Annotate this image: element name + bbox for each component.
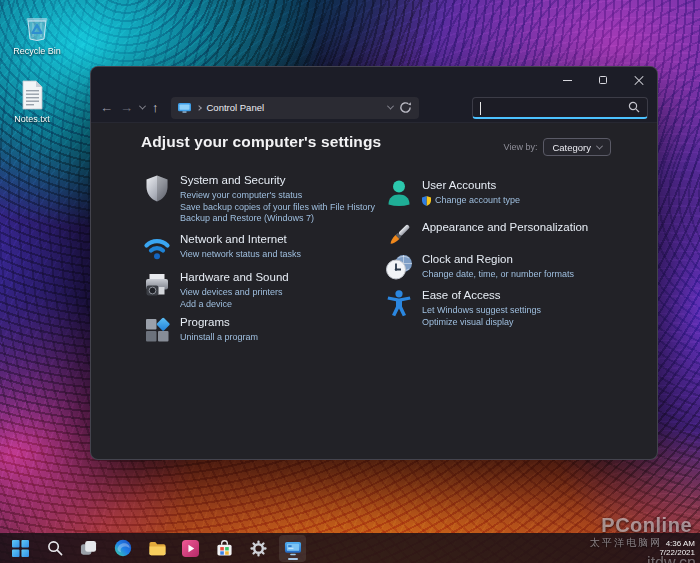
- back-button[interactable]: ←: [100, 101, 113, 114]
- category-title[interactable]: User Accounts: [422, 179, 520, 192]
- system-clock[interactable]: 4:36 AM 7/22/2021: [659, 533, 695, 563]
- category-link[interactable]: Review your computer's status: [180, 190, 375, 202]
- tray-date: 7/22/2021: [659, 548, 695, 558]
- category-link[interactable]: Add a device: [180, 299, 289, 311]
- navigation-bar: ← → ↑ Control Panel: [91, 93, 657, 123]
- shield-icon: [143, 174, 171, 202]
- category-title[interactable]: Hardware and Sound: [180, 271, 289, 284]
- category-system-and-security[interactable]: System and Security Review your computer…: [143, 174, 375, 225]
- start-button[interactable]: [7, 535, 34, 562]
- category-ease-of-access[interactable]: Ease of Access Let Windows suggest setti…: [385, 289, 541, 328]
- category-link[interactable]: Change account type: [422, 195, 520, 207]
- search-icon: [47, 540, 63, 556]
- category-title[interactable]: Ease of Access: [422, 289, 541, 302]
- tray-time: 4:36 AM: [659, 539, 695, 549]
- search-box[interactable]: [472, 97, 648, 119]
- category-link[interactable]: View devices and printers: [180, 287, 289, 299]
- text-file-icon: [16, 78, 48, 112]
- control-panel-taskbar-button[interactable]: [279, 535, 306, 562]
- view-by-control: View by: Category: [504, 138, 611, 156]
- task-view-icon: [80, 540, 97, 557]
- category-network-and-internet[interactable]: Network and Internet View network status…: [143, 233, 301, 261]
- category-link-label: Change account type: [435, 195, 520, 207]
- search-input[interactable]: [480, 102, 628, 113]
- taskbar-search-button[interactable]: [41, 535, 68, 562]
- edge-browser-button[interactable]: [109, 535, 136, 562]
- category-title[interactable]: Clock and Region: [422, 253, 574, 266]
- edge-icon: [114, 539, 132, 557]
- paintbrush-icon: [385, 221, 413, 249]
- text-caret: [480, 102, 481, 115]
- window-content: Adjust your computer's settings View by:…: [91, 123, 657, 459]
- recycle-bin-icon: [20, 10, 54, 44]
- category-clock-and-region[interactable]: Clock and Region Change date, time, or n…: [385, 253, 574, 281]
- printer-icon: [143, 271, 171, 299]
- category-link[interactable]: Optimize visual display: [422, 317, 541, 329]
- category-programs[interactable]: Programs Uninstall a program: [143, 316, 258, 344]
- minimize-button[interactable]: [549, 67, 585, 93]
- uac-shield-icon: [422, 196, 431, 206]
- history-chevron-icon[interactable]: [139, 103, 146, 110]
- category-title[interactable]: System and Security: [180, 174, 375, 187]
- windows-logo-icon: [12, 540, 29, 557]
- desktop-icon-notes-txt[interactable]: Notes.txt: [0, 78, 64, 124]
- category-title[interactable]: Network and Internet: [180, 233, 301, 246]
- settings-button[interactable]: [245, 535, 272, 562]
- address-bar[interactable]: Control Panel: [171, 97, 419, 119]
- category-user-accounts[interactable]: User Accounts Change account type: [385, 179, 520, 207]
- clock-globe-icon: [385, 253, 413, 281]
- view-by-label: View by:: [504, 142, 538, 152]
- screen: Recycle Bin Notes.txt ← → ↑: [0, 0, 700, 563]
- refresh-icon[interactable]: [399, 101, 412, 114]
- category-link[interactable]: Uninstall a program: [180, 332, 258, 344]
- category-link[interactable]: Change date, time, or number formats: [422, 269, 574, 281]
- close-icon: [634, 75, 644, 85]
- category-hardware-and-sound[interactable]: Hardware and Sound View devices and prin…: [143, 271, 289, 310]
- programs-icon: [143, 316, 171, 344]
- gear-icon: [250, 540, 267, 557]
- desktop-icon-label: Notes.txt: [14, 114, 50, 124]
- category-link[interactable]: Backup and Restore (Windows 7): [180, 213, 375, 225]
- control-panel-window: ← → ↑ Control Panel: [90, 66, 658, 460]
- category-link[interactable]: Save backup copies of your files with Fi…: [180, 202, 375, 214]
- file-explorer-icon: [148, 540, 166, 556]
- search-icon[interactable]: [628, 101, 640, 113]
- category-link[interactable]: Let Windows suggest settings: [422, 305, 541, 317]
- desktop-icon-label: Recycle Bin: [13, 46, 61, 56]
- category-title[interactable]: Programs: [180, 316, 258, 329]
- forward-button[interactable]: →: [120, 101, 133, 114]
- category-link[interactable]: View network status and tasks: [180, 249, 301, 261]
- store-icon: [216, 539, 233, 557]
- view-by-value: Category: [552, 142, 591, 153]
- breadcrumb[interactable]: Control Panel: [207, 102, 265, 113]
- maximize-button[interactable]: [585, 67, 621, 93]
- media-player-button[interactable]: [177, 535, 204, 562]
- up-button[interactable]: ↑: [152, 101, 159, 114]
- titlebar[interactable]: [91, 67, 657, 93]
- address-dropdown-icon[interactable]: [386, 103, 393, 110]
- desktop-icon-recycle-bin[interactable]: Recycle Bin: [5, 10, 69, 56]
- task-view-button[interactable]: [75, 535, 102, 562]
- page-title: Adjust your computer's settings: [141, 133, 381, 151]
- taskbar: 4:36 AM 7/22/2021: [0, 533, 700, 563]
- file-explorer-button[interactable]: [143, 535, 170, 562]
- control-panel-icon: [284, 540, 302, 557]
- minimize-icon: [563, 80, 572, 81]
- store-button[interactable]: [211, 535, 238, 562]
- user-icon: [385, 179, 413, 207]
- view-by-dropdown[interactable]: Category: [543, 138, 611, 156]
- accessibility-icon: [385, 289, 413, 317]
- close-button[interactable]: [621, 67, 657, 93]
- chevron-down-icon: [596, 142, 603, 149]
- maximize-icon: [599, 76, 607, 84]
- breadcrumb-chevron-icon: [196, 105, 202, 111]
- wifi-icon: [143, 233, 171, 261]
- control-panel-mini-icon: [178, 103, 191, 113]
- category-title[interactable]: Appearance and Personalization: [422, 221, 588, 234]
- category-appearance-and-personalization[interactable]: Appearance and Personalization: [385, 221, 588, 249]
- media-player-icon: [182, 540, 199, 557]
